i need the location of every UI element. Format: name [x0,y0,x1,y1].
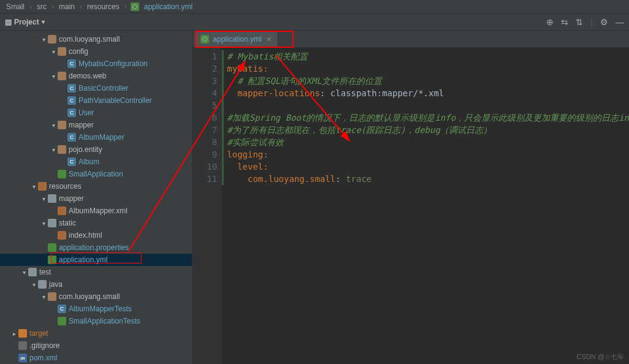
package-icon [48,292,56,301]
class-icon [67,59,76,68]
tree-class[interactable]: AlbumMapperTests [0,303,192,315]
crumb[interactable]: main [58,2,76,11]
tree-folder[interactable]: test [0,266,192,278]
tree-folder[interactable]: resources [0,180,192,192]
breadcrumb: Small › src › main › resources › applica… [5,2,194,11]
project-toolbar: ▤ Project ▾ ⊕ ⇆ ⇅ | ⚙ — [0,13,629,31]
crumb-current[interactable]: application.yml [143,2,194,11]
yml-icon [48,256,56,264]
class-icon [67,84,76,93]
crumb[interactable]: src [36,2,48,11]
tree-folder[interactable]: target [0,327,192,339]
collapse-icon[interactable]: ⇆ [561,17,568,27]
maven-icon [18,354,27,362]
toolbar-actions: ⊕ ⇆ ⇅ | ⚙ — [546,17,624,27]
tree-class[interactable]: PathVariableController [0,94,192,107]
tree-package[interactable]: com.luoyang.small [0,33,192,45]
html-icon [58,231,66,240]
minimize-icon[interactable]: — [616,17,624,27]
editor-tabs: application.yml × [193,31,629,48]
tree-folder[interactable]: static [0,217,192,229]
folder-icon [48,219,56,227]
folder-icon [38,280,47,289]
gear-icon[interactable]: ⚙ [600,17,608,27]
crumb[interactable]: Small [5,2,26,11]
crumb[interactable]: resources [86,2,121,11]
tree-file[interactable]: .gitignore [0,339,192,352]
xml-icon [58,207,66,215]
editor: application.yml × 1234567891011 # Mybati… [193,31,629,364]
tree-file[interactable]: application.properties [0,241,192,254]
folder-icon [28,268,37,276]
package-icon [48,35,56,44]
line-gutter: 1234567891011 [193,48,222,364]
expand-icon[interactable]: ⇅ [576,17,583,27]
tree-class[interactable]: Album [0,156,192,168]
class-icon [67,157,76,166]
target-icon[interactable]: ⊕ [546,17,554,27]
class-icon [67,133,76,142]
yml-icon [200,35,209,44]
tree-class[interactable]: User [0,107,192,119]
tree-file[interactable]: index.html [0,229,192,241]
tree-class[interactable]: AlbumMapper [0,131,192,143]
tree-package[interactable]: config [0,45,192,58]
tree-package[interactable]: demos.web [0,70,192,82]
tree-class[interactable]: SmallApplicationTests [0,315,192,327]
project-icon: ▤ [5,18,12,26]
chevron-right-icon: › [50,2,55,11]
package-icon [58,121,66,129]
project-tool-label[interactable]: ▤ Project ▾ [5,18,45,26]
editor-tab-active[interactable]: application.yml × [195,31,277,47]
class-icon [67,96,76,105]
dropdown-icon: ▾ [42,18,45,25]
project-tree[interactable]: com.luoyang.small config MybatisConfigur… [0,31,193,364]
spring-icon [58,317,66,325]
breadcrumb-bar: Small › src › main › resources › applica… [0,0,629,13]
watermark: CSDN @☆七年 [577,352,624,362]
chevron-right-icon: › [123,2,128,11]
chevron-right-icon: › [28,2,33,11]
tree-package[interactable]: pojo.entity [0,143,192,156]
class-icon [67,108,76,117]
close-icon[interactable]: × [267,34,272,44]
gitignore-icon [18,341,27,350]
package-icon [58,47,66,56]
package-icon [58,72,66,80]
tree-package[interactable]: mapper [0,119,192,131]
yml-icon [131,2,139,11]
properties-icon [48,243,56,252]
tab-label: application.yml [213,35,261,44]
tree-class[interactable]: MybatisConfiguration [0,58,192,70]
folder-icon [48,194,56,203]
resources-icon [38,182,47,191]
code-content[interactable]: # Mybatis相关配置 mybatis: # 配置SQL语句的XML文件所在… [222,48,629,364]
tree-file-selected[interactable]: application.yml [0,254,192,266]
package-icon [58,145,66,154]
tree-folder[interactable]: mapper [0,192,192,205]
tree-file[interactable]: pom.xml [0,352,192,364]
tree-file[interactable]: AlbumMapper.xml [0,205,192,217]
chevron-right-icon: › [78,2,83,11]
tree-class[interactable]: BasicController [0,82,192,94]
target-icon [18,329,27,338]
class-icon [58,305,66,313]
tree-folder[interactable]: java [0,278,192,290]
spring-icon [58,170,66,178]
tree-class[interactable]: SmallApplication [0,168,192,180]
tree-package[interactable]: com.luoyang.small [0,290,192,303]
code-editor[interactable]: 1234567891011 # Mybatis相关配置 mybatis: # 配… [193,48,629,364]
